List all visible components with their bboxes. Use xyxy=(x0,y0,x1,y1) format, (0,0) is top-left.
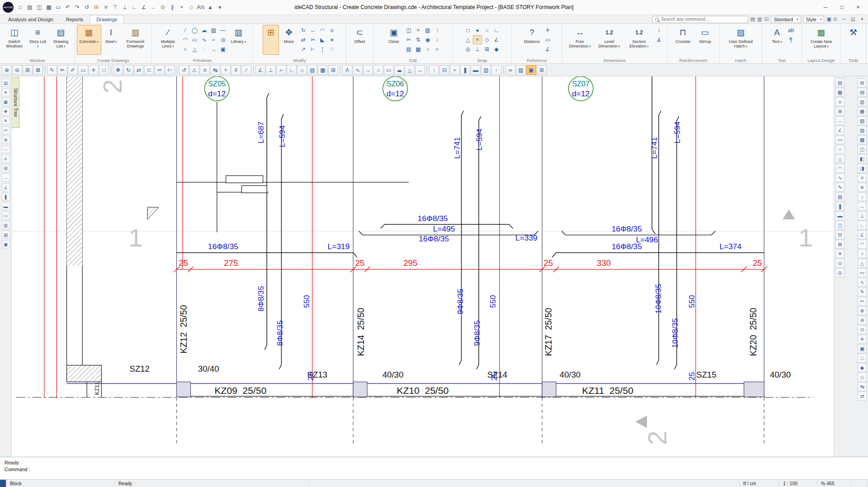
copy-icon[interactable]: ◫ xyxy=(404,26,413,35)
ruler-vertical-icon[interactable]: ⊥ xyxy=(120,3,129,12)
draw-tool-icon[interactable]: ✎ xyxy=(2,117,10,125)
snap-ortho-icon[interactable]: ∟ xyxy=(492,26,501,35)
table-icon[interactable]: ▤ xyxy=(307,65,317,75)
right-tool-icon[interactable]: ▨ xyxy=(835,192,844,201)
snap-endpoint-icon[interactable]: □ xyxy=(463,26,472,35)
layers-panel-icon[interactable]: ≡ xyxy=(2,155,10,163)
grid-settings-icon[interactable]: ⊞ xyxy=(92,3,101,12)
layers-icon[interactable]: ≡ xyxy=(200,65,210,75)
annotation-scale-icon[interactable]: A/s xyxy=(196,3,205,12)
array-icon[interactable]: ∷ xyxy=(327,45,336,54)
section-icon[interactable]: ⊟ xyxy=(439,65,449,75)
right-tool-icon[interactable]: ↔ xyxy=(858,202,867,211)
polyline-icon[interactable]: ⌐ xyxy=(209,35,218,44)
circle-icon[interactable]: ○ xyxy=(373,65,383,75)
mirror-icon[interactable]: ⇄ xyxy=(299,35,308,44)
offset-button[interactable]: ⊂Offset xyxy=(349,25,371,55)
line-icon[interactable]: ∕ xyxy=(181,26,190,35)
right-tool-icon[interactable]: ⊙ xyxy=(835,259,844,268)
right-tool-icon[interactable]: ◆ xyxy=(858,363,867,372)
rotate-icon[interactable]: ↻ xyxy=(299,26,308,35)
move-icon[interactable]: ✥ xyxy=(113,65,123,75)
region-icon[interactable]: ▣ xyxy=(219,45,228,54)
polygon-icon[interactable]: △ xyxy=(405,65,415,75)
coordinates-icon[interactable]: ✛ xyxy=(543,26,552,35)
eraser-icon[interactable]: ▭ xyxy=(78,65,88,75)
right-tool-icon[interactable]: ○ xyxy=(858,249,867,258)
minimize-icon[interactable]: ─ xyxy=(817,1,834,13)
pencil-icon[interactable]: ✏ xyxy=(57,65,67,75)
measure-tool-icon[interactable]: ↔ xyxy=(2,174,10,182)
right-tool-icon[interactable]: △ xyxy=(835,154,844,163)
create-new-layout-button[interactable]: ▦Create New Layout ▾ xyxy=(806,25,837,55)
paste-icon[interactable]: ▤ xyxy=(404,45,413,54)
right-tool-icon[interactable]: ✛ xyxy=(835,249,844,258)
save-all-icon[interactable]: ▦ xyxy=(44,3,53,12)
sheet-set-icon[interactable]: ▤ xyxy=(750,16,755,22)
snap-center-icon[interactable]: ◎ xyxy=(463,45,472,54)
right-tool-icon[interactable]: ▦ xyxy=(858,107,867,116)
cloud-icon[interactable]: ☁ xyxy=(394,65,404,75)
right-tool-icon[interactable]: ✂ xyxy=(858,297,867,306)
undo-view-icon[interactable]: ↺ xyxy=(179,65,189,75)
origin-icon[interactable]: ∟ xyxy=(130,3,139,12)
pick-box-icon[interactable]: □ xyxy=(99,65,109,75)
zoom-window-icon[interactable]: ⊞ xyxy=(23,65,33,75)
snap-tangent-icon[interactable]: ○ xyxy=(482,26,491,35)
dimension-style-icon[interactable]: ↔ xyxy=(149,3,158,12)
level-dimension-button[interactable]: 1.2Level Dimension ▾ xyxy=(595,25,624,55)
right-tool-icon[interactable]: ⊞ xyxy=(835,107,844,116)
ruler-horizontal-icon[interactable]: ⊤ xyxy=(111,3,120,12)
layout-grid-icon[interactable]: ⊞ xyxy=(537,65,547,75)
send-back-icon[interactable]: ↓ xyxy=(433,35,442,44)
steel-button[interactable]: ISteel ▾ xyxy=(102,25,120,55)
stretch-icon[interactable]: ↔ xyxy=(308,26,317,35)
point-icon[interactable]: · xyxy=(200,45,209,54)
polar-icon[interactable]: + xyxy=(177,3,186,12)
concrete-button[interactable]: ▦Concrete ▾ xyxy=(77,25,101,55)
command-search-box[interactable] xyxy=(652,16,748,23)
circle-icon[interactable]: ○ xyxy=(181,45,190,54)
cells-icon[interactable]: ⊞ xyxy=(328,65,338,75)
angle-icon[interactable]: ∠ xyxy=(255,65,265,75)
ucs-icon[interactable]: ∟ xyxy=(287,65,297,75)
column-icon[interactable]: ❚ xyxy=(460,65,470,75)
right-tool-icon[interactable]: ⊠ xyxy=(835,240,844,249)
right-tool-icon[interactable]: ○ xyxy=(835,145,844,154)
scale-icon[interactable]: ↗ xyxy=(299,45,308,54)
right-tool-icon[interactable]: ◠ xyxy=(858,240,867,249)
right-tool-icon[interactable]: ≡ xyxy=(835,97,844,106)
donut-icon[interactable]: ◎ xyxy=(219,35,228,44)
free-dimension-button[interactable]: ↔Free Dimension ▾ xyxy=(566,25,594,55)
hatch-tool-icon[interactable]: ▨ xyxy=(2,231,10,239)
fillet-icon[interactable]: ◠ xyxy=(318,26,327,35)
right-tool-icon[interactable]: ▩ xyxy=(858,135,867,144)
north-arrow-icon[interactable]: ▲ xyxy=(206,3,215,12)
snap-settings-icon[interactable]: ◆ xyxy=(492,45,501,54)
level-icon[interactable]: ↑ xyxy=(429,65,439,75)
right-tool-icon[interactable]: ✎ xyxy=(858,287,867,296)
new-icon[interactable]: □ xyxy=(16,3,25,12)
right-tool-icon[interactable]: ⊖ xyxy=(858,316,867,325)
group-icon[interactable]: ▦ xyxy=(414,45,423,54)
join-icon[interactable]: ∪ xyxy=(327,26,336,35)
multiple-lines-button[interactable]: ∕Multiple Lines ▾ xyxy=(156,25,180,55)
construction-line-icon[interactable]: ― xyxy=(219,26,228,35)
snap-grid-icon[interactable]: ⊞ xyxy=(482,45,491,54)
command-panel[interactable]: Ready Command : xyxy=(0,457,868,479)
right-tool-icon[interactable]: ◠ xyxy=(835,164,844,173)
right-tool-icon[interactable]: ◫ xyxy=(858,145,867,154)
active-layout-icon[interactable]: ▣ xyxy=(526,65,536,75)
right-tool-icon[interactable]: ❚ xyxy=(835,202,844,211)
right-tool-icon[interactable]: ∿ xyxy=(858,278,867,287)
right-tool-icon[interactable]: ⊞ xyxy=(858,78,867,87)
text-icon[interactable]: A xyxy=(342,65,352,75)
user-defined-hatch-button[interactable]: ▨User Defined Hatch ▾ xyxy=(725,25,757,55)
line-icon[interactable]: ∕ xyxy=(241,65,251,75)
switch-windows-button[interactable]: ◫Switch Windows xyxy=(2,25,27,55)
paragraph-icon[interactable]: ¶ xyxy=(787,35,796,44)
purge-icon[interactable]: ↹ xyxy=(210,65,220,75)
corner-icon[interactable]: ⌐ xyxy=(276,65,286,75)
right-tool-icon[interactable]: ∿ xyxy=(835,173,844,182)
wall-tool-icon[interactable]: ▥ xyxy=(2,221,10,229)
